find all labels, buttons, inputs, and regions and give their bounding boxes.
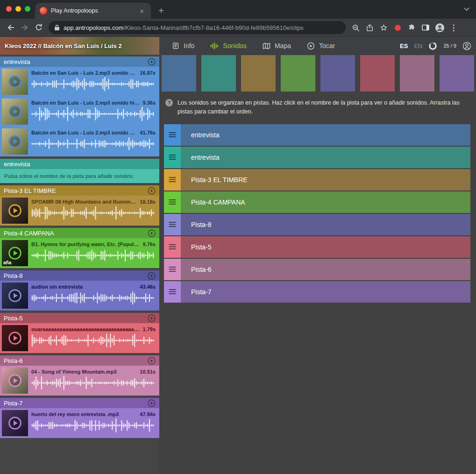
track-row-drag-handle[interactable] bbox=[164, 147, 181, 168]
sidebar-track-header[interactable]: Pista-3 EL TIMBRE bbox=[0, 185, 159, 196]
help-text: Los sonidos se organizan en pistas. Haz … bbox=[178, 99, 464, 116]
clip[interactable]: SPOAMR 08 High Mountains and Running ...… bbox=[0, 196, 159, 226]
clip[interactable]: Balcón en San Luis - Luis 2.mp3 sonido h… bbox=[0, 97, 159, 127]
track-row-name[interactable]: entrevista bbox=[181, 147, 470, 168]
track-color-tile[interactable] bbox=[440, 55, 474, 92]
track-row-drag-handle[interactable] bbox=[164, 124, 181, 146]
track-color-tile[interactable] bbox=[400, 55, 434, 92]
clip-play-button[interactable] bbox=[8, 75, 22, 89]
track-play-button[interactable] bbox=[148, 272, 156, 280]
clip-title: Balcón en San Luis - Luis 2.mp3 sonido h… bbox=[31, 130, 137, 135]
track-row-name[interactable]: Pista-8 bbox=[181, 214, 470, 235]
track-row: entrevista bbox=[164, 124, 470, 146]
sidebar-track-header[interactable]: Pista-6 bbox=[0, 355, 159, 366]
bookmark-star-icon[interactable] bbox=[377, 21, 391, 35]
browser-tab[interactable]: Play Antropoloops × bbox=[35, 3, 151, 19]
nav-mapa[interactable]: Mapa bbox=[255, 37, 299, 55]
track-color-tile[interactable] bbox=[320, 55, 355, 92]
clip-play-button[interactable] bbox=[8, 374, 22, 388]
track-row-name[interactable]: Pista-3 EL TIMBRE bbox=[181, 169, 470, 191]
sidebar-track-name: Pista-4 CAMPANA bbox=[4, 230, 148, 237]
clip-play-button[interactable] bbox=[8, 134, 22, 149]
track-row-drag-handle[interactable] bbox=[164, 281, 181, 303]
track-row-name[interactable]: Pista-7 bbox=[181, 281, 470, 303]
track-row: Pista-6 bbox=[164, 259, 470, 280]
window-zoom-button[interactable] bbox=[25, 6, 30, 12]
zoom-icon[interactable] bbox=[348, 21, 362, 35]
nav-info[interactable]: Info bbox=[164, 37, 202, 55]
nav-sonidos-label: Sonidos bbox=[223, 42, 247, 50]
clip-info: 04 - Song of Yimeng Mountain.mp310.51s bbox=[31, 368, 157, 394]
clip[interactable]: Balcón en San Luis - Luis 2.mp3 sonido h… bbox=[0, 67, 159, 97]
track-play-button[interactable] bbox=[148, 187, 156, 195]
sidebar-track-header[interactable]: entrevista bbox=[0, 57, 159, 67]
clip-play-button[interactable] bbox=[8, 331, 22, 345]
track-row-name[interactable]: Pista-4 CAMPANA bbox=[181, 191, 470, 213]
play-circle-icon bbox=[307, 42, 315, 50]
track-color-tile[interactable] bbox=[201, 55, 236, 92]
map-icon bbox=[263, 42, 270, 50]
sidebar-track-header[interactable]: entrevista bbox=[0, 159, 159, 169]
track-color-tile[interactable] bbox=[360, 55, 395, 92]
clip[interactable]: ouaraaaaaaaaaaaaaaaaaaaaaaaaaaaaaaaaa...… bbox=[0, 323, 159, 353]
tab-favicon bbox=[40, 7, 47, 14]
track-row-drag-handle[interactable] bbox=[164, 236, 181, 258]
forward-icon[interactable] bbox=[18, 21, 32, 35]
sidebar-track-name: Pista-8 bbox=[4, 272, 148, 279]
clip-info: B1. Hymns for purifying water, Etc. (Pop… bbox=[31, 240, 157, 266]
track-play-button[interactable] bbox=[148, 58, 156, 66]
clip-thumbnail bbox=[2, 410, 28, 436]
clip-play-button[interactable] bbox=[8, 416, 22, 430]
sidebar-track-header[interactable]: Pista-4 CAMPANA bbox=[0, 228, 159, 238]
sidebar-track-name: Pista-3 EL TIMBRE bbox=[4, 187, 148, 194]
side-panel-icon[interactable] bbox=[419, 21, 433, 35]
address-bar[interactable]: app.antropoloops.com /Kleos-Santa-Marina… bbox=[49, 21, 346, 34]
track-play-button[interactable] bbox=[148, 229, 156, 237]
browser-menu-icon[interactable]: ⋮ bbox=[447, 21, 461, 35]
track-play-button[interactable] bbox=[148, 314, 156, 322]
track-color-tile[interactable] bbox=[241, 55, 276, 92]
clip-play-button[interactable] bbox=[8, 105, 22, 119]
share-icon[interactable] bbox=[362, 21, 377, 35]
back-icon[interactable] bbox=[4, 21, 18, 35]
window-close-button[interactable] bbox=[6, 6, 12, 12]
nav-sonidos[interactable]: Sonidos bbox=[202, 37, 255, 55]
clip-duration: 18.18s bbox=[140, 199, 156, 205]
track-row-name[interactable]: Pista-5 bbox=[181, 236, 470, 258]
track-color-tile[interactable] bbox=[281, 55, 315, 92]
clip[interactable]: Balcón en San Luis - Luis 2.mp3 sonido h… bbox=[0, 127, 159, 156]
browser-profile-avatar[interactable] bbox=[433, 21, 447, 35]
track-row-drag-handle[interactable] bbox=[164, 191, 181, 213]
nav-tocar[interactable]: Tocar bbox=[299, 37, 343, 55]
track-row-drag-handle[interactable] bbox=[164, 169, 181, 191]
track-row-name[interactable]: entrevista bbox=[181, 124, 470, 146]
track-row-drag-handle[interactable] bbox=[164, 214, 181, 235]
track-play-button[interactable] bbox=[148, 399, 156, 407]
clip[interactable]: 04 - Song of Yimeng Mountain.mp310.51s bbox=[0, 366, 159, 396]
sidebar-track-header[interactable]: Pista-8 bbox=[0, 270, 159, 281]
new-tab-button[interactable]: + bbox=[155, 4, 168, 17]
tracks-sidebar: entrevistaBalcón en San Luis - Luis 2.mp… bbox=[0, 55, 159, 474]
clip[interactable]: audion sin entrevista43.46s bbox=[0, 281, 159, 311]
reload-icon[interactable] bbox=[32, 21, 46, 35]
track-row: Pista-4 CAMPANA bbox=[164, 191, 470, 213]
recording-extension-icon[interactable] bbox=[391, 21, 405, 35]
clip[interactable]: añaB1. Hymns for purifying water, Etc. (… bbox=[0, 238, 159, 268]
track-color-tile[interactable] bbox=[162, 55, 196, 92]
sidebar-track-header[interactable]: Pista-5 bbox=[0, 313, 159, 323]
track-row-drag-handle[interactable] bbox=[164, 259, 181, 280]
clip-play-button[interactable] bbox=[8, 246, 22, 260]
tab-search-chevron-icon[interactable] bbox=[464, 7, 469, 11]
clip-play-button[interactable] bbox=[8, 204, 22, 218]
sidebar-track-header[interactable]: Pista-7 bbox=[0, 398, 159, 408]
clip[interactable]: huerto del rey moro entrevista .mp347.94… bbox=[0, 408, 159, 438]
extensions-puzzle-icon[interactable] bbox=[405, 21, 419, 35]
track-row-name[interactable]: Pista-6 bbox=[181, 259, 470, 280]
clip-play-button[interactable] bbox=[8, 289, 22, 303]
track-play-button[interactable] bbox=[148, 357, 156, 365]
lang-es-button[interactable]: ES bbox=[400, 42, 408, 50]
lang-en-button[interactable]: EN bbox=[414, 42, 422, 50]
window-minimize-button[interactable] bbox=[15, 6, 21, 12]
tab-close-icon[interactable]: × bbox=[137, 7, 146, 15]
account-icon[interactable] bbox=[462, 42, 471, 50]
